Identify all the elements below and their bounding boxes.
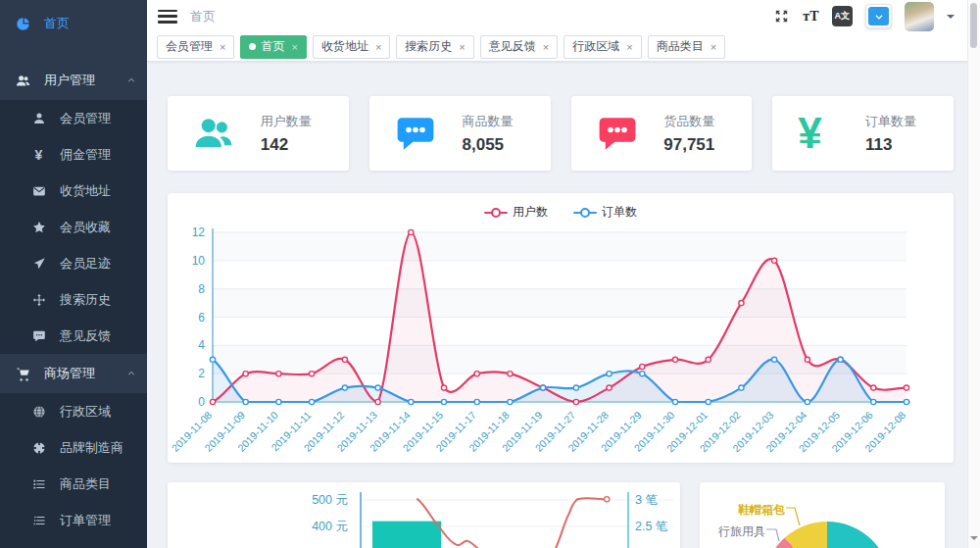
fullscreen-icon[interactable] bbox=[773, 8, 790, 25]
avatar[interactable] bbox=[905, 2, 934, 31]
list-icon bbox=[32, 477, 46, 491]
tab-close-icon[interactable]: × bbox=[220, 41, 225, 53]
tab-product-category[interactable]: 商品类目× bbox=[648, 35, 725, 59]
stat-value: 142 bbox=[261, 135, 312, 155]
sidebar-item-user-management[interactable]: 用户管理 bbox=[0, 61, 147, 100]
tab-administrative-region[interactable]: 行政区域× bbox=[564, 35, 641, 59]
sidebar-item-member-favorites[interactable]: 会员收藏 bbox=[0, 209, 147, 245]
stat-label: 订单数量 bbox=[865, 113, 916, 130]
tab-close-icon[interactable]: × bbox=[710, 41, 716, 53]
sidebar-item-member-footprints[interactable]: 会员足迹 bbox=[0, 245, 147, 281]
tab-label: 搜索历史 bbox=[405, 38, 452, 55]
legend-marker-icon bbox=[573, 212, 597, 214]
adjust-icon bbox=[32, 441, 46, 455]
svg-text:400 元: 400 元 bbox=[312, 520, 348, 533]
avatar-caret-icon[interactable] bbox=[947, 15, 955, 23]
user-order-trend-chart: 用户数订单数 0246810122019-11-082019-11-092019… bbox=[168, 193, 954, 463]
chevron-up-icon bbox=[125, 75, 137, 86]
sidebar-item-label: 商场管理 bbox=[44, 365, 95, 382]
expand-icon bbox=[773, 8, 790, 25]
svg-text:8: 8 bbox=[198, 282, 205, 296]
envelope-icon bbox=[32, 184, 46, 198]
sidebar-item-label: 订单管理 bbox=[60, 512, 111, 529]
chart-legend: 用户数订单数 bbox=[168, 204, 954, 221]
tab-close-icon[interactable]: × bbox=[375, 41, 381, 53]
chevron-up-icon bbox=[125, 368, 137, 379]
sidebar-item-label: 品牌制造商 bbox=[60, 439, 123, 457]
sidebar-item-order-management[interactable]: 订单管理 bbox=[0, 502, 147, 538]
cart-icon bbox=[16, 367, 30, 381]
sidebar-item-feedback[interactable]: 意见反馈 bbox=[0, 318, 147, 354]
legend-item-用户数[interactable]: 用户数 bbox=[484, 204, 548, 221]
sidebar-item-search-history[interactable]: 搜索历史 bbox=[0, 281, 147, 318]
tab-label: 收货地址 bbox=[321, 38, 368, 55]
tab-close-icon[interactable]: × bbox=[626, 41, 632, 53]
sidebar-item-label: 会员足迹 bbox=[60, 255, 111, 273]
admin-dashboard: 首页用户管理会员管理¥佣金管理收货地址会员收藏会员足迹搜索历史意见反馈商场管理行… bbox=[0, 0, 980, 548]
tab-close-icon[interactable]: × bbox=[459, 41, 465, 53]
sidebar-item-shipping-address[interactable]: 收货地址 bbox=[0, 173, 147, 209]
arrows-icon bbox=[32, 293, 46, 307]
page-scrollbar[interactable] bbox=[967, 0, 980, 548]
tab-home[interactable]: 首页× bbox=[240, 35, 306, 59]
sidebar-item-label: 收货地址 bbox=[60, 182, 111, 200]
scrollbar-thumb[interactable] bbox=[970, 3, 977, 48]
sidebar-item-member-management[interactable]: 会员管理 bbox=[0, 100, 147, 136]
stat-card-order-count: ¥订单数量113 bbox=[772, 96, 954, 171]
scrollbar-down-icon[interactable] bbox=[970, 536, 978, 544]
sidebar-item-home[interactable]: 首页 bbox=[0, 4, 147, 43]
main-column: 首页 тT A文 会员管理×首页×收货地址×搜索历史×意见反馈×行政区域×商品类… bbox=[147, 0, 980, 548]
stat-value: 113 bbox=[865, 135, 916, 155]
users-icon bbox=[193, 113, 234, 154]
svg-text:2.5 笔: 2.5 笔 bbox=[635, 520, 668, 533]
tab-label: 商品类目 bbox=[657, 38, 704, 55]
svg-text:500 元: 500 元 bbox=[312, 493, 348, 507]
chat-bubble-icon bbox=[395, 113, 436, 154]
theme-dropdown-button[interactable] bbox=[865, 4, 892, 28]
sidebar-item-product-category[interactable]: 商品类目 bbox=[0, 466, 147, 502]
sidebar-submenu-mall-management: 行政区域品牌制造商商品类目订单管理通用问题 bbox=[0, 393, 147, 548]
stats-row: 用户数量142商品数量8,055货品数量97,751¥订单数量113 bbox=[168, 96, 954, 171]
tab-feedback[interactable]: 意见反馈× bbox=[480, 35, 558, 59]
tab-close-icon[interactable]: × bbox=[291, 41, 297, 53]
user-icon bbox=[32, 112, 46, 125]
yen-icon: ¥ bbox=[35, 148, 43, 162]
sidebar-item-label: 用户管理 bbox=[44, 72, 95, 89]
tab-close-icon[interactable]: × bbox=[543, 41, 549, 53]
chat-bubble-icon bbox=[597, 113, 638, 154]
bottom-row: 500 元400 元3 笔2.5 笔 鞋帽箱包行旅用具 bbox=[168, 482, 954, 548]
sidebar-submenu-user-management: 会员管理¥佣金管理收货地址会员收藏会员足迹搜索历史意见反馈 bbox=[0, 100, 147, 354]
svg-text:0: 0 bbox=[198, 395, 205, 409]
legend-item-订单数[interactable]: 订单数 bbox=[573, 204, 637, 221]
font-size-icon[interactable]: тT bbox=[803, 9, 818, 25]
translate-icon[interactable]: A文 bbox=[832, 6, 854, 26]
stat-card-product-count: 商品数量8,055 bbox=[369, 96, 551, 171]
svg-text:4: 4 bbox=[198, 338, 205, 352]
stat-label: 用户数量 bbox=[261, 113, 312, 130]
pie-label: 行旅用具 bbox=[718, 523, 765, 540]
tab-label: 首页 bbox=[261, 38, 284, 55]
sidebar-item-mall-management[interactable]: 商场管理 bbox=[0, 354, 147, 393]
yen-icon: ¥ bbox=[798, 112, 821, 155]
sales-amount-chart: 500 元400 元3 笔2.5 笔 bbox=[168, 482, 680, 548]
hamburger-menu-icon[interactable] bbox=[158, 10, 177, 24]
tab-search-history[interactable]: 搜索历史× bbox=[396, 35, 473, 59]
tags-view-bar: 会员管理×首页×收货地址×搜索历史×意见反馈×行政区域×商品类目× bbox=[147, 32, 980, 62]
stat-value: 97,751 bbox=[663, 135, 714, 155]
chevron-down-icon bbox=[868, 7, 889, 25]
chevron-down-icon bbox=[872, 10, 886, 24]
comment-icon bbox=[32, 329, 46, 343]
legend-marker-icon bbox=[484, 212, 508, 214]
sidebar-item-brand-manufacturer[interactable]: 品牌制造商 bbox=[0, 429, 147, 466]
sidebar-item-administrative-region[interactable]: 行政区域 bbox=[0, 393, 147, 429]
content-area: 用户数量142商品数量8,055货品数量97,751¥订单数量113 用户数订单… bbox=[147, 62, 980, 548]
svg-text:6: 6 bbox=[198, 311, 205, 324]
category-pie-chart: 鞋帽箱包行旅用具 bbox=[700, 482, 945, 548]
sidebar-item-label: 意见反馈 bbox=[60, 327, 111, 345]
stat-card-goods-count: 货品数量97,751 bbox=[571, 96, 753, 171]
tab-label: 会员管理 bbox=[166, 38, 213, 55]
tab-member-management[interactable]: 会员管理× bbox=[157, 35, 234, 59]
sidebar-item-common-questions[interactable]: 通用问题 bbox=[0, 538, 147, 548]
sidebar-item-commission-management[interactable]: ¥佣金管理 bbox=[0, 136, 147, 173]
tab-shipping-address[interactable]: 收货地址× bbox=[313, 35, 390, 59]
